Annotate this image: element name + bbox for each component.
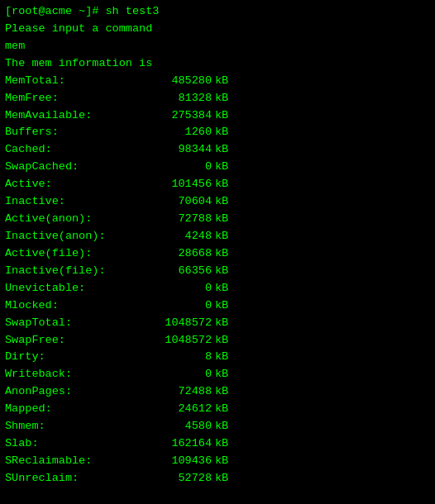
table-row: Cached:98344kB [5,141,430,159]
mem-unit: kB [215,193,228,211]
table-row: Slab:162164kB [5,435,430,453]
mem-value: 70604 [146,193,212,211]
mem-value: 52728 [146,470,212,487]
mem-key: Unevictable: [5,280,146,297]
mem-value: 0 [146,280,212,297]
table-row: Writeback:0kB [5,366,430,383]
mem-table: MemTotal:485280kBMemFree:81328kBMemAvail… [5,73,430,487]
mem-value: 485280 [146,73,212,90]
mem-value: 28668 [146,245,212,263]
info-line: The mem information is [5,55,430,73]
mem-unit: kB [215,107,228,125]
mem-unit: kB [215,435,228,453]
table-row: MemFree:81328kB [5,90,430,107]
mem-key: Dirty: [5,349,146,366]
table-row: SwapCached:0kB [5,159,430,176]
mem-value: 1048572 [146,315,212,332]
table-row: SwapFree:1048572kB [5,332,430,349]
mem-key: Active(anon): [5,211,146,228]
mem-key: Cached: [5,141,146,159]
table-row: Active(file):28668kB [5,245,430,263]
mem-unit: kB [215,383,228,401]
input-prompt-text: Please input a command [5,21,152,38]
mem-value: 72788 [146,211,212,228]
mem-value: 1048572 [146,332,212,349]
mem-unit: kB [215,211,228,228]
table-row: Inactive(anon):4248kB [5,228,430,245]
mem-unit: kB [215,228,228,245]
table-row: Mlocked:0kB [5,297,430,315]
mem-unit: kB [215,141,228,159]
table-row: Buffers:1260kB [5,124,430,141]
mem-key: SReclaimable: [5,453,146,470]
table-row: Mapped:24612kB [5,401,430,418]
mem-unit: kB [215,245,228,263]
terminal-window: [root@acme ~]# sh test3 Please input a c… [5,3,430,487]
mem-key: SwapTotal: [5,315,146,332]
command-line: mem [5,38,430,55]
table-row: Inactive:70604kB [5,193,430,211]
mem-unit: kB [215,124,228,141]
table-row: Active(anon):72788kB [5,211,430,228]
table-row: Unevictable:0kB [5,280,430,297]
mem-key: Mlocked: [5,297,146,315]
mem-key: Active(file): [5,245,146,263]
command-text: mem [5,38,25,55]
mem-value: 162164 [146,435,212,453]
mem-unit: kB [215,90,228,107]
mem-key: AnonPages: [5,383,146,401]
mem-unit: kB [215,418,228,435]
mem-key: Active: [5,176,146,193]
mem-unit: kB [215,263,228,280]
mem-value: 24612 [146,401,212,418]
mem-key: MemTotal: [5,73,146,90]
info-text: The mem information is [5,55,152,73]
mem-key: MemAvailable: [5,107,146,125]
mem-key: Inactive(file): [5,263,146,280]
mem-unit: kB [215,470,228,487]
mem-value: 66356 [146,263,212,280]
table-row: MemAvailable:275384kB [5,107,430,125]
mem-unit: kB [215,297,228,315]
table-row: SwapTotal:1048572kB [5,315,430,332]
mem-key: Slab: [5,435,146,453]
mem-unit: kB [215,453,228,470]
mem-value: 109436 [146,453,212,470]
mem-key: MemFree: [5,90,146,107]
mem-value: 1260 [146,124,212,141]
table-row: SUnreclaim:52728kB [5,470,430,487]
mem-value: 98344 [146,141,212,159]
mem-value: 0 [146,159,212,176]
prompt-line: [root@acme ~]# sh test3 [5,3,430,21]
mem-key: Shmem: [5,418,146,435]
mem-key: SwapFree: [5,332,146,349]
mem-value: 72488 [146,383,212,401]
mem-value: 4248 [146,228,212,245]
mem-value: 275384 [146,107,212,125]
mem-unit: kB [215,401,228,418]
mem-key: Inactive(anon): [5,228,146,245]
mem-key: SwapCached: [5,159,146,176]
mem-unit: kB [215,176,228,193]
table-row: MemTotal:485280kB [5,73,430,90]
mem-key: Mapped: [5,401,146,418]
table-row: SReclaimable:109436kB [5,453,430,470]
mem-value: 81328 [146,90,212,107]
table-row: Active:101456kB [5,176,430,193]
table-row: Inactive(file):66356kB [5,263,430,280]
mem-unit: kB [215,366,228,383]
table-row: Dirty:8kB [5,349,430,366]
mem-unit: kB [215,280,228,297]
mem-value: 0 [146,366,212,383]
mem-value: 4580 [146,418,212,435]
input-prompt-line: Please input a command [5,21,430,38]
mem-value: 0 [146,297,212,315]
mem-unit: kB [215,349,228,366]
mem-value: 101456 [146,176,212,193]
table-row: AnonPages:72488kB [5,383,430,401]
prompt-text: [root@acme ~]# sh test3 [5,3,159,21]
mem-key: Buffers: [5,124,146,141]
mem-unit: kB [215,332,228,349]
mem-key: SUnreclaim: [5,470,146,487]
mem-key: Inactive: [5,193,146,211]
